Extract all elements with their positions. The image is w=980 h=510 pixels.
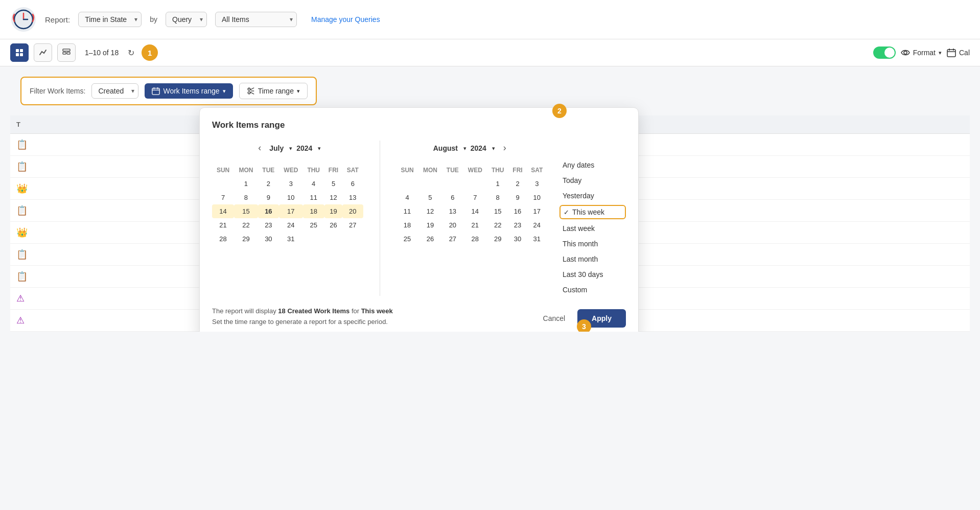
calendar-day[interactable]: 2 — [508, 177, 526, 191]
aug-year-select[interactable]: 2024 — [471, 144, 495, 152]
calendar-day[interactable]: 15 — [487, 204, 508, 218]
calendar-day[interactable]: 5 — [418, 191, 442, 204]
prev-month-btn[interactable]: ‹ — [254, 141, 265, 155]
report-type-select-wrap[interactable]: Time in State — [78, 12, 142, 27]
quick-option[interactable]: Last month — [559, 253, 626, 265]
calendar-day[interactable]: 24 — [279, 218, 303, 232]
calendar-day[interactable]: 9 — [508, 191, 526, 204]
toggle-switch[interactable] — [873, 47, 896, 59]
manage-queries-link[interactable]: Manage your Queries — [311, 15, 380, 24]
all-items-select[interactable]: All Items — [215, 12, 297, 27]
query-type-select[interactable]: Query — [166, 12, 207, 27]
quick-option[interactable]: This month — [559, 238, 626, 250]
calendar-day[interactable]: 26 — [324, 218, 342, 232]
quick-option[interactable]: Last week — [559, 222, 626, 235]
aug-year-wrap[interactable]: 2024 — [471, 144, 495, 152]
calendar-day[interactable]: 19 — [418, 218, 442, 232]
calendar-day[interactable]: 17 — [527, 204, 547, 218]
calendar-day[interactable]: 31 — [279, 232, 303, 246]
report-type-select[interactable]: Time in State — [78, 12, 142, 27]
calendar-day[interactable]: 30 — [258, 232, 279, 246]
calendar-day[interactable]: 30 — [508, 232, 526, 246]
calendar-day[interactable]: 27 — [442, 232, 463, 246]
calendar-day[interactable]: 6 — [342, 177, 363, 191]
calendar-day[interactable]: 15 — [234, 204, 258, 218]
quick-option[interactable]: Any dates — [559, 159, 626, 171]
quick-option[interactable]: ✓This week — [559, 205, 626, 219]
calendar-day[interactable]: 8 — [234, 191, 258, 204]
calendar-day[interactable]: 9 — [258, 191, 279, 204]
calendar-day[interactable]: 23 — [258, 218, 279, 232]
calendar-day[interactable]: 26 — [418, 232, 442, 246]
grid-view-btn[interactable] — [10, 43, 29, 62]
format-btn[interactable]: Format ▾ — [901, 48, 942, 57]
quick-option[interactable]: Today — [559, 174, 626, 187]
quick-option[interactable]: Yesterday — [559, 190, 626, 202]
calendar-day[interactable]: 12 — [418, 204, 442, 218]
calendar-day[interactable]: 28 — [463, 232, 487, 246]
all-items-select-wrap[interactable]: All Items — [215, 12, 297, 27]
july-month-select[interactable]: July — [269, 144, 292, 152]
calendar-day[interactable]: 20 — [342, 204, 363, 218]
calendar-day[interactable]: 4 — [396, 191, 418, 204]
calendar-day[interactable]: 19 — [324, 204, 342, 218]
calendar-day[interactable]: 3 — [527, 177, 547, 191]
calendar-day[interactable]: 22 — [487, 218, 508, 232]
calendar-day[interactable]: 10 — [527, 191, 547, 204]
calendar-day[interactable]: 2 — [258, 177, 279, 191]
calendar-day[interactable]: 25 — [303, 218, 324, 232]
calendar-day[interactable]: 1 — [487, 177, 508, 191]
calendar-day[interactable]: 20 — [442, 218, 463, 232]
work-items-range-btn[interactable]: Work Items range ▾ — [145, 83, 232, 99]
calendar-day[interactable]: 10 — [279, 191, 303, 204]
created-select-wrap[interactable]: Created — [91, 83, 138, 99]
calendar-day[interactable]: 18 — [303, 204, 324, 218]
calendar-day[interactable]: 4 — [303, 177, 324, 191]
calendar-day[interactable]: 7 — [463, 191, 487, 204]
calendar-day[interactable]: 31 — [527, 232, 547, 246]
calendar-day[interactable]: 24 — [527, 218, 547, 232]
calendar-day[interactable]: 22 — [234, 218, 258, 232]
calendar-day[interactable]: 25 — [396, 232, 418, 246]
calendar-day[interactable]: 16 — [508, 204, 526, 218]
calendar-day[interactable]: 21 — [463, 218, 487, 232]
calendar-day[interactable]: 3 — [279, 177, 303, 191]
calendar-day[interactable]: 14 — [463, 204, 487, 218]
calendar-day[interactable]: 13 — [442, 204, 463, 218]
quick-option[interactable]: Custom — [559, 284, 626, 296]
calendar-day[interactable]: 5 — [324, 177, 342, 191]
calendar-day[interactable]: 8 — [487, 191, 508, 204]
calendar-day[interactable]: 6 — [442, 191, 463, 204]
calendar-day[interactable]: 11 — [396, 204, 418, 218]
aug-month-wrap[interactable]: August — [433, 144, 466, 152]
table-view-btn[interactable] — [57, 43, 76, 62]
calendar-day[interactable]: 29 — [234, 232, 258, 246]
calendar-btn[interactable]: Cal — [947, 48, 970, 57]
query-type-select-wrap[interactable]: Query — [166, 12, 207, 27]
july-month-wrap[interactable]: July — [269, 144, 292, 152]
calendar-day[interactable]: 13 — [342, 191, 363, 204]
created-select[interactable]: Created — [91, 83, 138, 99]
aug-month-select[interactable]: August — [433, 144, 466, 152]
calendar-day[interactable]: 18 — [396, 218, 418, 232]
calendar-day[interactable]: 12 — [324, 191, 342, 204]
july-year-select[interactable]: 2024 — [296, 144, 321, 152]
calendar-day[interactable]: 16 — [258, 204, 279, 218]
quick-option[interactable]: Last 30 days — [559, 268, 626, 281]
calendar-day[interactable]: 28 — [212, 232, 234, 246]
calendar-day[interactable]: 27 — [342, 218, 363, 232]
calendar-day[interactable]: 14 — [212, 204, 234, 218]
calendar-day[interactable]: 29 — [487, 232, 508, 246]
july-year-wrap[interactable]: 2024 — [296, 144, 321, 152]
refresh-btn[interactable]: ↻ — [128, 48, 134, 58]
calendar-day[interactable]: 17 — [279, 204, 303, 218]
calendar-day[interactable]: 21 — [212, 218, 234, 232]
next-month-btn[interactable]: › — [499, 141, 510, 155]
time-range-btn[interactable]: Time range ▾ — [239, 83, 308, 99]
calendar-day[interactable]: 1 — [234, 177, 258, 191]
calendar-day[interactable]: 7 — [212, 191, 234, 204]
calendar-day[interactable]: 11 — [303, 191, 324, 204]
calendar-day[interactable]: 23 — [508, 218, 526, 232]
chart-view-btn[interactable] — [34, 43, 52, 62]
cancel-button[interactable]: Cancel — [536, 310, 573, 327]
